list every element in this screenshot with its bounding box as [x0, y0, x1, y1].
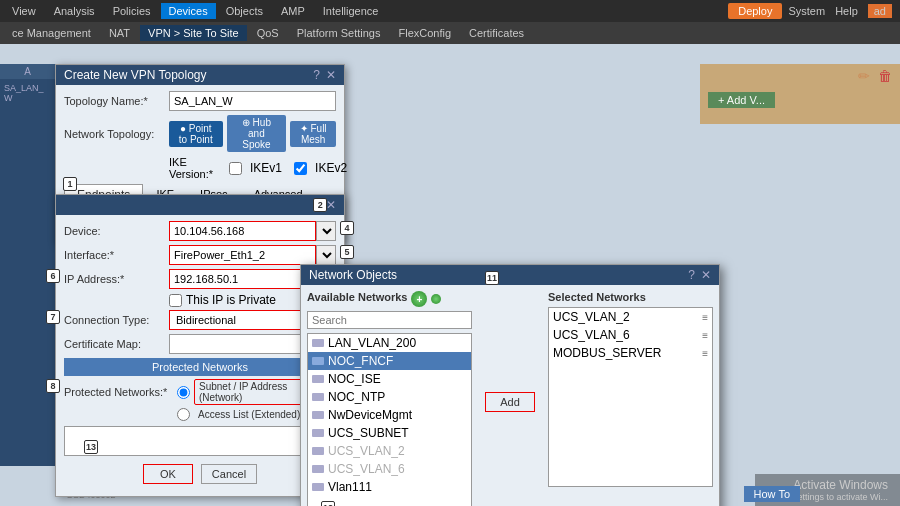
selected-networks-column: Selected Networks UCS_VLAN_2 ≡ UCS_VLAN_…: [548, 291, 713, 506]
search-input[interactable]: [307, 311, 472, 329]
edit-pencil-icon[interactable]: ✏: [858, 68, 870, 84]
annotation-7: 7: [46, 310, 60, 324]
topo-buttons: ● Point to Point ⊕ Hub and Spoke ✦ Full …: [169, 115, 336, 152]
interface-dropdown[interactable]: ▾: [316, 245, 336, 265]
available-network-list[interactable]: LAN_VLAN_200 NOC_FNCF 10 NOC_ISE N: [307, 333, 472, 506]
full-mesh-btn[interactable]: ✦ Full Mesh: [290, 121, 336, 147]
annotation-11: 11: [485, 271, 499, 285]
ip-address-row: IP Address:* ▾ 6: [64, 269, 336, 289]
endpoint-ok-button[interactable]: OK: [143, 464, 193, 484]
net-item-ucs-vlan-2-avail[interactable]: UCS_VLAN_2: [308, 442, 471, 460]
net-item-noc-ise[interactable]: NOC_ISE: [308, 370, 471, 388]
ike-version-row: IKE Version:* IKEv1 IKEv2: [64, 156, 336, 180]
deploy-button[interactable]: Deploy: [728, 3, 782, 19]
ikev2-checkbox[interactable]: [294, 162, 307, 175]
net-item-ucs-subnet[interactable]: UCS_SUBNET: [308, 424, 471, 442]
remove-ucs-vlan-6-btn[interactable]: ≡: [702, 330, 708, 341]
certificate-map-select[interactable]: [169, 334, 318, 354]
ikev1-checkbox[interactable]: [229, 162, 242, 175]
menu-item-analysis[interactable]: Analysis: [46, 3, 103, 19]
selected-ucs-vlan-6: UCS_VLAN_6 ≡: [549, 326, 712, 344]
top-right-panel: ✏ 🗑 + Add V...: [700, 64, 900, 124]
net-dialog-title-bar: Network Objects ? ✕: [301, 265, 719, 285]
network-topology-label: Network Topology:: [64, 128, 169, 140]
selected-network-list: UCS_VLAN_2 ≡ UCS_VLAN_6 ≡ MODBUS_SERVER …: [548, 307, 713, 487]
net-item-noc-fncf[interactable]: NOC_FNCF 10: [308, 352, 471, 370]
net-icon-6: [312, 447, 324, 455]
menu-item-amp[interactable]: AMP: [273, 3, 313, 19]
vpn-dialog-title-bar: Create New VPN Topology ? ✕: [56, 65, 344, 85]
access-list-label: Access List (Extended): [198, 409, 300, 420]
annotation-1: 1: [63, 177, 77, 191]
selected-networks-title: Selected Networks: [548, 291, 713, 303]
available-refresh-btn[interactable]: [411, 291, 427, 307]
certificate-map-row: Certificate Map:: [64, 334, 336, 354]
device-dropdown[interactable]: ▾: [316, 221, 336, 241]
add-networks-button[interactable]: Add: [485, 392, 535, 412]
remove-ucs-vlan-2-btn[interactable]: ≡: [702, 312, 708, 323]
available-networks-column: Available Networks LAN_VLAN_200 NOC_FNCF: [307, 291, 472, 506]
ikev2-label: IKEv2: [315, 161, 347, 175]
access-list-radio[interactable]: [177, 408, 190, 421]
edit-icons-row: ✏ 🗑: [700, 64, 900, 88]
hub-spoke-btn[interactable]: ⊕ Hub and Spoke: [227, 115, 287, 152]
ike-version-label: IKE Version:*: [169, 156, 213, 180]
certificate-map-label: Certificate Map:: [64, 338, 169, 350]
menu-item-policies[interactable]: Policies: [105, 3, 159, 19]
annotation-4: 4: [340, 221, 354, 235]
connection-type-row: Connection Type: Bidirectional 7: [64, 310, 336, 330]
nav-qos[interactable]: QoS: [249, 25, 287, 41]
net-dialog-help[interactable]: ?: [688, 268, 695, 282]
nav-bar: ce Management NAT VPN > Site To Site QoS…: [0, 22, 900, 44]
net-dialog-close[interactable]: ✕: [701, 268, 711, 282]
net-dialog-body: Available Networks LAN_VLAN_200 NOC_FNCF: [301, 285, 719, 506]
dialog-help[interactable]: ?: [313, 68, 320, 82]
net-icon: [312, 339, 324, 347]
annotation-5: 5: [340, 245, 354, 259]
vpn-dialog-title: Create New VPN Topology: [64, 68, 207, 82]
dialog-close[interactable]: ✕: [326, 68, 336, 82]
net-item-nwdevicemgmt[interactable]: NwDeviceMgmt: [308, 406, 471, 424]
net-icon-selected: [312, 357, 324, 365]
point-to-point-btn[interactable]: ● Point to Point: [169, 121, 223, 147]
annotation-6: 6: [46, 269, 60, 283]
nav-flexconfig[interactable]: FlexConfig: [390, 25, 459, 41]
ip-address-input[interactable]: [169, 269, 316, 289]
menu-item-intelligence[interactable]: Intelligence: [315, 3, 387, 19]
endpoint-cancel-button[interactable]: Cancel: [201, 464, 257, 484]
sidebar-item-salan[interactable]: SA_LAN_W: [0, 81, 55, 105]
net-item-noc-ntp[interactable]: NOC_NTP: [308, 388, 471, 406]
device-input[interactable]: [169, 221, 316, 241]
menu-item-view[interactable]: View: [4, 3, 44, 19]
menu-item-objects[interactable]: Objects: [218, 3, 271, 19]
sidebar-item-a[interactable]: A: [0, 64, 55, 79]
net-dialog-controls: ? ✕: [688, 268, 711, 282]
connection-type-label: Connection Type:: [64, 314, 169, 326]
endpoint-dialog-close[interactable]: ✕: [326, 198, 336, 212]
subnet-radio[interactable]: [177, 386, 190, 399]
nav-nat[interactable]: NAT: [101, 25, 138, 41]
remove-modbus-btn[interactable]: ≡: [702, 348, 708, 359]
nav-vpn-site-to-site[interactable]: VPN > Site To Site: [140, 25, 247, 41]
device-row: Device: ▾ 4: [64, 221, 336, 241]
dialog-title-controls: ? ✕: [313, 68, 336, 82]
network-topology-row: Network Topology: ● Point to Point ⊕ Hub…: [64, 115, 336, 152]
nav-ce-management[interactable]: ce Management: [4, 25, 99, 41]
help-label: Help: [835, 5, 858, 17]
net-icon-4: [312, 411, 324, 419]
this-ip-private-checkbox[interactable]: [169, 294, 182, 307]
interface-input[interactable]: [169, 245, 316, 265]
add-vpn-button[interactable]: + Add V...: [708, 92, 775, 108]
nav-certificates[interactable]: Certificates: [461, 25, 532, 41]
nav-platform-settings[interactable]: Platform Settings: [289, 25, 389, 41]
network-list-container: 9: [64, 424, 336, 458]
delete-icon[interactable]: 🗑: [878, 68, 892, 84]
topology-name-input[interactable]: [169, 91, 336, 111]
ikev1-label: IKEv1: [250, 161, 282, 175]
menu-item-devices[interactable]: Devices: [161, 3, 216, 19]
endpoint-dialog-title: ? ✕ 2: [56, 195, 344, 215]
net-item-lan-vlan-200[interactable]: LAN_VLAN_200: [308, 334, 471, 352]
net-item-vlan111[interactable]: Vlan111: [308, 478, 471, 496]
net-item-ucs-vlan-6-avail[interactable]: UCS_VLAN_6: [308, 460, 471, 478]
net-dialog-title: Network Objects: [309, 268, 397, 282]
